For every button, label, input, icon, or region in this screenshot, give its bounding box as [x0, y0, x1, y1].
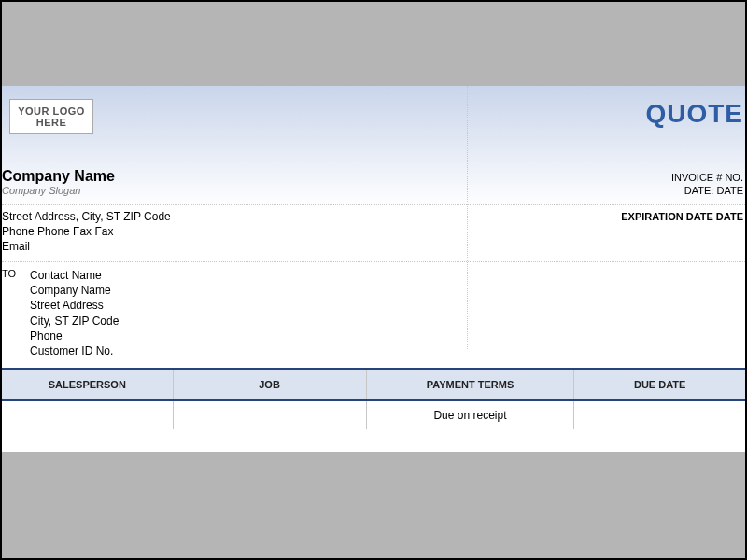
table-row: Due on receipt — [2, 400, 745, 429]
bill-to-contact: Contact Name — [30, 268, 119, 283]
header-due-date: DUE DATE — [574, 369, 745, 400]
header-job: JOB — [173, 369, 366, 400]
bill-to-company: Company Name — [30, 283, 119, 298]
cell-job — [173, 400, 366, 429]
bill-to-phone: Phone — [30, 329, 119, 343]
header-payment-terms: PAYMENT TERMS — [366, 369, 574, 400]
expiration-date: EXPIRATION DATE DATE — [621, 211, 743, 222]
outer-frame: YOUR LOGO HERE QUOTE Company Name Compan… — [0, 0, 747, 560]
divider-horizontal-2 — [2, 261, 745, 262]
logo-placeholder: YOUR LOGO HERE — [9, 99, 93, 134]
header-salesperson: SALESPERSON — [2, 369, 173, 400]
bill-to-customer-id: Customer ID No. — [30, 343, 119, 358]
table-header-row: SALESPERSON JOB PAYMENT TERMS DUE DATE — [2, 369, 745, 400]
divider-horizontal-1 — [2, 204, 745, 205]
bill-to-street: Street Address — [30, 298, 119, 313]
document-page: YOUR LOGO HERE QUOTE Company Name Compan… — [2, 86, 745, 452]
bill-to-city: City, ST ZIP Code — [30, 314, 119, 329]
invoice-number: INVOICE # NO. — [671, 172, 743, 183]
cell-salesperson — [2, 400, 173, 429]
divider-vertical — [467, 86, 468, 349]
invoice-date: DATE: DATE — [684, 185, 743, 196]
company-address: Street Address, City, ST ZIP Code — [2, 209, 171, 224]
cell-due-date — [574, 400, 745, 429]
company-phone-fax: Phone Phone Fax Fax — [2, 224, 171, 239]
cell-payment-terms: Due on receipt — [366, 400, 574, 429]
company-name: Company Name — [2, 168, 115, 185]
bill-to-label: TO — [2, 268, 16, 279]
company-address-block: Street Address, City, ST ZIP Code Phone … — [2, 209, 171, 255]
details-table: SALESPERSON JOB PAYMENT TERMS DUE DATE D… — [2, 368, 745, 429]
document-title: QUOTE — [645, 99, 743, 129]
company-email: Email — [2, 239, 171, 254]
bill-to-block: Contact Name Company Name Street Address… — [30, 268, 119, 358]
company-slogan: Company Slogan — [2, 185, 80, 196]
header-gradient — [2, 86, 745, 207]
